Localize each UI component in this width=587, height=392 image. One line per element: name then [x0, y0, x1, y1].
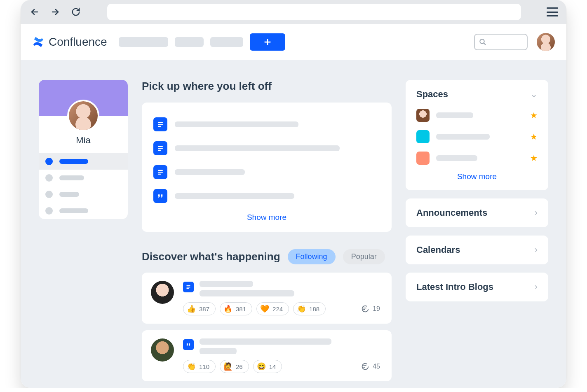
show-more-spaces[interactable]: Show more [416, 169, 538, 181]
recent-item[interactable] [153, 184, 380, 208]
profile-avatar[interactable] [67, 100, 99, 132]
url-bar[interactable] [107, 4, 521, 20]
reaction[interactable]: 😄14 [253, 360, 282, 373]
feed-item[interactable]: 👍387 🔥381 🧡224 👏188 19 [142, 273, 392, 324]
recent-item[interactable] [153, 160, 380, 184]
chevron-right-icon: › [535, 245, 538, 255]
profile-card: Mia [39, 80, 128, 219]
heart-icon: 🧡 [260, 304, 269, 313]
comments-count[interactable]: 45 [360, 362, 380, 371]
profile-nav-item[interactable] [39, 203, 128, 219]
feed-item[interactable]: 👏110 🙋26 😄14 45 [142, 330, 392, 381]
profile-name: Mia [39, 135, 128, 146]
svg-rect-4 [158, 146, 163, 147]
reload-button[interactable] [70, 6, 82, 18]
show-more-recent[interactable]: Show more [153, 208, 380, 222]
pickup-title: Pick up where you left off [142, 80, 392, 93]
profile-banner [39, 80, 128, 116]
svg-rect-5 [158, 148, 163, 149]
reaction[interactable]: 🧡224 [256, 302, 289, 315]
space-item[interactable]: ★ [416, 105, 538, 126]
space-item[interactable]: ★ [416, 147, 538, 169]
reaction[interactable]: 👏110 [183, 360, 216, 373]
star-icon[interactable]: ★ [530, 132, 538, 142]
svg-rect-7 [158, 170, 163, 171]
calendars-panel[interactable]: Calendars › [406, 236, 548, 264]
spaces-header[interactable]: Spaces ⌄ [416, 89, 538, 100]
svg-rect-2 [158, 124, 163, 125]
svg-rect-9 [158, 174, 161, 175]
nav-item-placeholder[interactable] [119, 37, 168, 47]
quote-icon [183, 339, 194, 350]
svg-rect-8 [158, 172, 163, 173]
page-icon [153, 165, 167, 179]
browser-menu-button[interactable] [547, 7, 558, 16]
recent-card: Show more [142, 103, 392, 232]
tab-popular[interactable]: Popular [343, 249, 385, 264]
space-item[interactable]: ★ [416, 126, 538, 147]
page-icon [183, 282, 194, 292]
latest-blogs-panel[interactable]: Latest Intro Blogs › [406, 273, 548, 301]
author-avatar[interactable] [151, 281, 174, 304]
thumbs-up-icon: 👍 [187, 304, 196, 313]
discover-title: Discover what's happening [142, 250, 280, 263]
star-icon[interactable]: ★ [530, 153, 538, 163]
profile-nav-item[interactable] [39, 153, 128, 170]
profile-avatar-header[interactable] [537, 33, 555, 51]
chevron-right-icon: › [535, 282, 538, 292]
browser-chrome [21, 0, 566, 24]
clap-icon: 👏 [187, 362, 196, 371]
svg-rect-1 [158, 122, 163, 123]
reaction[interactable]: 🔥381 [220, 302, 252, 315]
recent-item[interactable] [153, 136, 380, 160]
app-header: Confluence [21, 24, 566, 60]
chevron-down-icon: ⌄ [530, 89, 538, 100]
recent-item[interactable] [153, 112, 380, 136]
announcements-panel[interactable]: Announcements › [406, 198, 548, 227]
svg-rect-10 [186, 285, 190, 286]
profile-nav-item[interactable] [39, 186, 128, 203]
grinning-icon: 😄 [257, 362, 266, 371]
svg-rect-12 [186, 288, 189, 289]
comments-count[interactable]: 19 [360, 304, 380, 313]
reaction[interactable]: 👏188 [293, 302, 326, 315]
author-avatar[interactable] [151, 338, 174, 362]
star-icon[interactable]: ★ [530, 110, 538, 120]
forward-button[interactable] [49, 6, 61, 18]
svg-point-0 [480, 39, 484, 44]
chevron-right-icon: › [535, 208, 538, 218]
search-input[interactable] [474, 34, 528, 50]
reaction[interactable]: 🙋26 [220, 360, 249, 373]
raising-hand-icon: 🙋 [223, 362, 232, 371]
quote-icon [153, 189, 167, 203]
back-button[interactable] [29, 6, 40, 18]
fire-icon: 🔥 [223, 304, 232, 313]
nav-item-placeholder[interactable] [175, 37, 204, 47]
svg-rect-11 [186, 287, 190, 287]
reaction[interactable]: 👍387 [183, 302, 216, 315]
create-button[interactable] [250, 33, 285, 51]
svg-rect-3 [158, 126, 161, 127]
spaces-panel: Spaces ⌄ ★ ★ [406, 80, 548, 190]
app-name: Confluence [49, 35, 107, 49]
profile-nav-item[interactable] [39, 170, 128, 186]
confluence-logo[interactable]: Confluence [32, 35, 107, 49]
svg-rect-6 [158, 150, 161, 151]
clap-icon: 👏 [297, 304, 306, 313]
tab-following[interactable]: Following [288, 249, 336, 264]
nav-item-placeholder[interactable] [210, 37, 243, 47]
page-icon [153, 117, 167, 131]
page-icon [153, 141, 167, 155]
